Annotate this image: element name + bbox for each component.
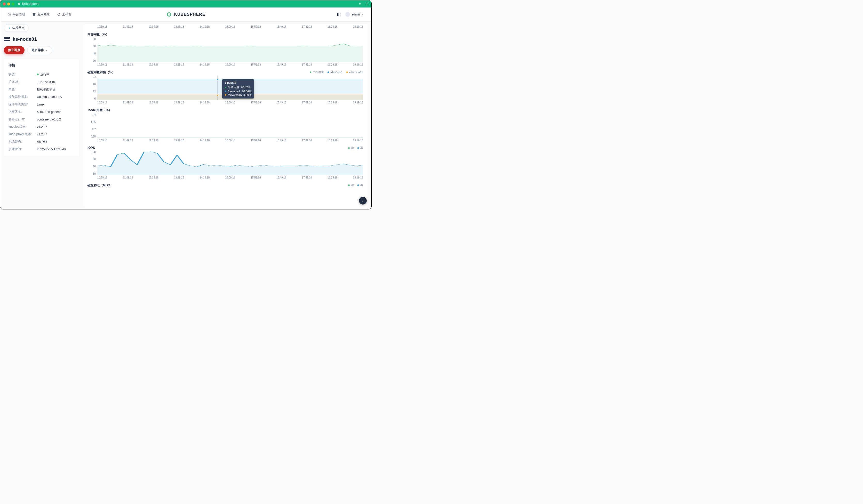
legend-item[interactable]: 写 (358, 183, 363, 187)
svg-point-6 (5, 38, 5, 38)
chart-plot[interactable]: 14:39:18 平均用量: 20.52%/dev/vda1: 20.54%/d… (97, 76, 363, 100)
chart-disk: 磁盘用量详情（%） 平均用量/dev/vda1/dev/vda15 241812… (87, 70, 363, 104)
legend-dot-icon (310, 72, 311, 73)
user-menu[interactable]: admin (345, 12, 364, 17)
kubesphere-logo-icon (166, 12, 172, 17)
dashboard-icon (57, 13, 61, 16)
brand-logo[interactable]: KUBESPHERE (166, 12, 205, 17)
store-icon (32, 13, 36, 16)
tooltip-time: 14:39:18 (225, 81, 251, 85)
chart-memory: 内存用量（%） 80604020 10:59:1811:49:1812:39:1… (87, 32, 363, 66)
legend-item[interactable]: 平均用量 (310, 70, 324, 74)
detail-value: 2022-06-15 17:36:40 (37, 147, 65, 152)
chevron-down-icon (362, 13, 364, 16)
detail-value: containerd://1.6.2 (37, 117, 61, 121)
data-marker (216, 94, 218, 96)
chart-tooltip: 14:39:18 平均用量: 20.52%/dev/vda1: 20.54%/d… (222, 79, 254, 99)
detail-row: 创建时间:2022-06-15 17:36:40 (9, 145, 75, 153)
chart-legend: 平均用量/dev/vda1/dev/vda15 (310, 70, 363, 74)
legend-dot-icon (348, 184, 350, 186)
legend-item[interactable]: /dev/vda1 (327, 70, 343, 74)
minimize-window-icon[interactable] (7, 3, 10, 5)
chart-plot[interactable] (97, 38, 363, 62)
data-marker (216, 79, 218, 80)
detail-row: 角色:控制平面节点 (9, 86, 75, 93)
legend-dot-icon (358, 147, 359, 149)
y-axis: 2418126 (87, 76, 97, 100)
detail-row: 操作系统版本:Ubuntu 22.04 LTS (9, 93, 75, 101)
detail-value: AMD64 (37, 140, 47, 144)
detail-value: 控制平面节点 (37, 87, 55, 92)
x-axis: 10:59:1811:49:1812:39:1813:29:1814:19:18… (87, 100, 363, 104)
chart-legend: 读写 (348, 146, 363, 150)
detail-value: Ubuntu 22.04 LTS (37, 95, 62, 99)
detail-row: kube-proxy 版本:v1.23.7 (9, 130, 75, 138)
window-title: KubeSphere (17, 2, 39, 6)
detail-row: 系统架构:AMD64 (9, 138, 75, 145)
app-window: KubeSphere 平台管理 应用商店 工作台 KUBESPHERE (0, 0, 372, 209)
main-content[interactable]: 10:59:1811:49:1812:39:1813:29:1814:19:18… (83, 24, 368, 207)
legend-item[interactable]: /dev/vda15 (346, 70, 363, 74)
detail-label: 状态: (9, 72, 37, 77)
layout-icon[interactable] (337, 13, 341, 16)
help-fab[interactable]: i (359, 197, 367, 205)
detail-row: 内核版本:5.15.0-25-generic (9, 108, 75, 116)
detail-label: kube-proxy 版本: (9, 132, 37, 137)
details-title: 详情 (9, 63, 75, 68)
node-title: ks-node01 (4, 36, 79, 42)
detail-row: 状态:运行中 (9, 71, 75, 78)
detail-label: 创建时间: (9, 147, 37, 152)
detail-label: 操作系统版本: (9, 95, 37, 99)
svg-point-7 (5, 40, 5, 41)
app-logo-small-icon (17, 2, 21, 5)
expand-icon[interactable] (359, 2, 362, 6)
stop-scheduling-button[interactable]: 停止调度 (4, 46, 25, 54)
close-window-icon[interactable] (3, 3, 6, 5)
detail-row: kubelet 版本:v1.23.7 (9, 123, 75, 130)
detail-label: kubelet 版本: (9, 125, 37, 129)
detail-value: v1.23.7 (37, 125, 47, 129)
chart-plot[interactable] (97, 114, 363, 138)
detail-label: 操作系统类型: (9, 102, 37, 106)
chart-legend: 读写 (348, 183, 363, 187)
more-actions-button[interactable]: 更多操作 (27, 46, 52, 54)
titlebar: KubeSphere (0, 0, 371, 8)
detail-value: 运行中 (37, 72, 50, 77)
avatar-icon (345, 12, 350, 17)
svg-rect-3 (339, 13, 340, 16)
maximize-window-icon[interactable] (12, 3, 14, 5)
detail-label: 容器运行时: (9, 117, 37, 121)
detail-label: 内核版本: (9, 109, 37, 114)
detail-label: 系统架构: (9, 140, 37, 144)
node-icon (4, 37, 10, 42)
x-axis: 10:59:1811:49:1812:39:1813:29:1814:19:18… (87, 138, 363, 142)
chart-cpu: 10:59:1811:49:1812:39:1813:29:1814:19:18… (87, 24, 363, 28)
chart-throughput: 磁盘吞吐（MB/s 读写 (87, 183, 363, 188)
svg-rect-2 (337, 13, 339, 16)
detail-value: v1.23.7 (37, 132, 47, 137)
nav-app-store[interactable]: 应用商店 (32, 12, 50, 17)
detail-value: 5.15.0-25-generic (37, 109, 61, 114)
y-axis: 80604020 (87, 38, 97, 62)
sidebar: 集群节点 ks-node01 停止调度 更多操作 详情 状态:运行中IP 地址:… (4, 24, 79, 207)
back-button[interactable]: 集群节点 (4, 24, 29, 32)
gear-icon (8, 13, 11, 16)
chart-plot[interactable] (97, 151, 363, 175)
legend-item[interactable]: 读 (348, 146, 354, 150)
x-axis: 10:59:1811:49:1812:39:1813:29:1814:19:18… (87, 175, 363, 179)
nav-workbench[interactable]: 工作台 (57, 12, 72, 17)
chart-title: 内存用量（%） (87, 32, 363, 37)
chevron-left-icon (8, 27, 11, 30)
status-dot-icon (37, 74, 39, 75)
y-axis: 1.41.050.70.35 (87, 114, 97, 138)
detail-value: 192.168.0.10 (37, 80, 55, 84)
legend-item[interactable]: 读 (348, 183, 354, 187)
legend-item[interactable]: 写 (358, 146, 363, 150)
chart-title: IOPS (87, 146, 363, 150)
menu-icon[interactable] (365, 2, 369, 6)
svg-point-0 (9, 14, 10, 15)
chevron-down-icon (45, 49, 48, 52)
details-card: 详情 状态:运行中IP 地址:192.168.0.10角色:控制平面节点操作系统… (4, 59, 79, 157)
detail-row: IP 地址:192.168.0.10 (9, 78, 75, 86)
nav-platform[interactable]: 平台管理 (8, 12, 25, 17)
